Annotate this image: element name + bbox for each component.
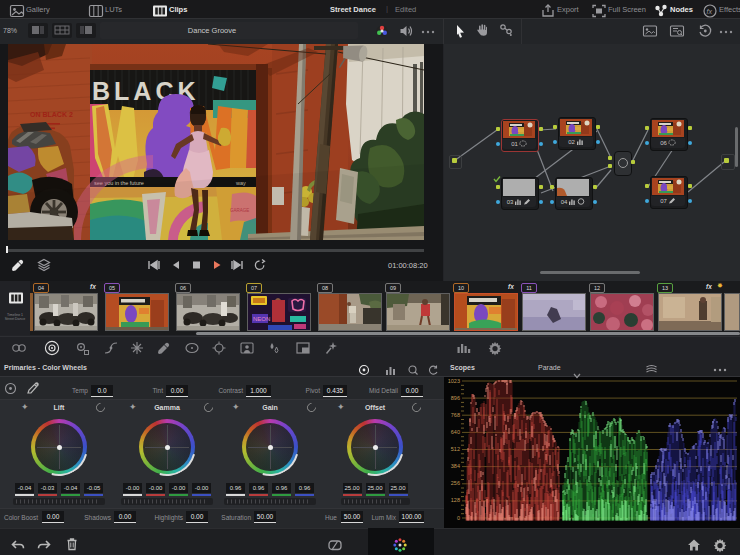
svg-text:fx: fx	[707, 8, 713, 15]
svg-text:NEON: NEON	[253, 316, 270, 322]
